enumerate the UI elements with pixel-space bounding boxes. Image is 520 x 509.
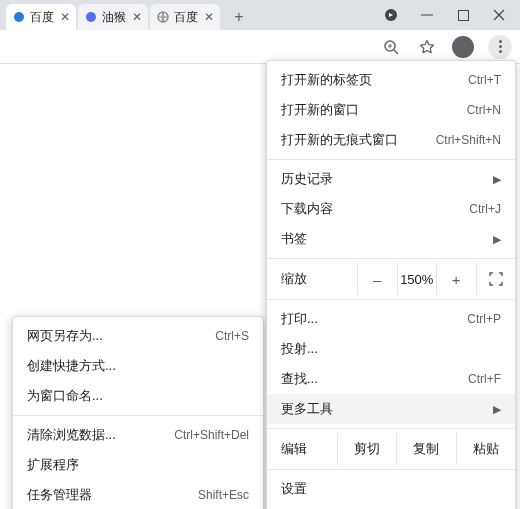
menu-bookmarks-label: 书签 [281,230,487,248]
zoom-out-button[interactable]: – [357,263,397,295]
chevron-right-icon: ▶ [493,403,501,416]
menu-new-tab-shortcut: Ctrl+T [468,73,501,87]
menu-print[interactable]: 打印... Ctrl+P [267,304,515,334]
submenu-create-shortcut-label: 创建快捷方式... [27,357,249,375]
menu-new-window[interactable]: 打开新的窗口 Ctrl+N [267,95,515,125]
zoom-icon[interactable] [380,36,402,58]
submenu-task-manager-shortcut: Shift+Esc [198,488,249,502]
menu-print-label: 打印... [281,310,457,328]
zoom-label: 缩放 [267,270,357,288]
submenu-extensions-label: 扩展程序 [27,456,249,474]
edit-cut-button[interactable]: 剪切 [337,433,396,465]
chevron-right-icon: ▶ [493,233,501,246]
submenu-save-as-shortcut: Ctrl+S [215,329,249,343]
svg-point-1 [86,12,96,22]
menu-more-tools-label: 更多工具 [281,400,487,418]
minimize-button[interactable] [420,8,434,22]
separator [267,258,515,259]
submenu-clear-label: 清除浏览数据... [27,426,164,444]
menu-find[interactable]: 查找... Ctrl+F [267,364,515,394]
favicon-0 [12,10,26,24]
menu-more-tools[interactable]: 更多工具 ▶ [267,394,515,424]
svg-point-0 [14,12,24,22]
titlebar: 百度 ✕ 油猴 ✕ 百度 ✕ + [0,0,520,30]
favicon-2 [156,10,170,24]
main-menu: 打开新的标签页 Ctrl+T 打开新的窗口 Ctrl+N 打开新的无痕式窗口 C… [266,60,516,509]
svg-line-7 [394,50,398,54]
menu-cast[interactable]: 投射... [267,334,515,364]
zoom-value: 150% [397,263,437,295]
edit-label: 编辑 [267,433,337,465]
menu-new-incognito[interactable]: 打开新的无痕式窗口 Ctrl+Shift+N [267,125,515,155]
menu-new-window-shortcut: Ctrl+N [467,103,501,117]
submenu-extensions[interactable]: 扩展程序 [13,450,263,480]
menu-new-incognito-shortcut: Ctrl+Shift+N [436,133,501,147]
submenu-clear-shortcut: Ctrl+Shift+Del [174,428,249,442]
menu-new-incognito-label: 打开新的无痕式窗口 [281,131,426,149]
submenu-name-window[interactable]: 为窗口命名... [13,381,263,411]
edit-paste-button[interactable]: 粘贴 [456,433,515,465]
menu-downloads[interactable]: 下载内容 Ctrl+J [267,194,515,224]
chevron-right-icon: ▶ [493,173,501,186]
menu-bookmarks[interactable]: 书签 ▶ [267,224,515,254]
menu-new-tab[interactable]: 打开新的标签页 Ctrl+T [267,65,515,95]
close-button[interactable] [492,8,506,22]
menu-help[interactable]: 帮助 ▶ [267,504,515,509]
kebab-menu-button[interactable] [488,35,512,59]
separator [267,428,515,429]
submenu-task-manager[interactable]: 任务管理器 Shift+Esc [13,480,263,509]
window-controls [370,0,520,30]
fullscreen-button[interactable] [476,263,516,295]
menu-zoom-row: 缩放 – 150% + [267,263,515,295]
tab-0-label: 百度 [30,9,54,26]
menu-history[interactable]: 历史记录 ▶ [267,164,515,194]
tab-2[interactable]: 百度 ✕ [150,4,220,30]
menu-print-shortcut: Ctrl+P [467,312,501,326]
edit-copy-button[interactable]: 复制 [396,433,455,465]
submenu-create-shortcut[interactable]: 创建快捷方式... [13,351,263,381]
submenu-save-as[interactable]: 网页另存为... Ctrl+S [13,321,263,351]
submenu-clear-browsing-data[interactable]: 清除浏览数据... Ctrl+Shift+Del [13,420,263,450]
menu-history-label: 历史记录 [281,170,487,188]
menu-downloads-shortcut: Ctrl+J [469,202,501,216]
favicon-1 [84,10,98,24]
svg-rect-4 [421,15,433,16]
maximize-button[interactable] [456,8,470,22]
bookmark-star-icon[interactable] [416,36,438,58]
separator [267,469,515,470]
tab-1-close-icon[interactable]: ✕ [130,10,144,24]
tab-0[interactable]: 百度 ✕ [6,4,76,30]
submenu-name-window-label: 为窗口命名... [27,387,249,405]
zoom-in-button[interactable]: + [436,263,476,295]
menu-find-label: 查找... [281,370,458,388]
menu-new-tab-label: 打开新的标签页 [281,71,458,89]
tab-strip: 百度 ✕ 油猴 ✕ 百度 ✕ + [0,0,370,30]
extension-icon[interactable] [384,8,398,22]
tab-2-label: 百度 [174,9,198,26]
separator [13,415,263,416]
menu-find-shortcut: Ctrl+F [468,372,501,386]
menu-settings[interactable]: 设置 [267,474,515,504]
tab-1[interactable]: 油猴 ✕ [78,4,148,30]
more-tools-submenu: 网页另存为... Ctrl+S 创建快捷方式... 为窗口命名... 清除浏览数… [12,316,264,509]
submenu-save-as-label: 网页另存为... [27,327,205,345]
separator [267,159,515,160]
submenu-task-manager-label: 任务管理器 [27,486,188,504]
new-tab-button[interactable]: + [226,4,252,30]
menu-settings-label: 设置 [281,480,501,498]
tab-2-close-icon[interactable]: ✕ [202,10,216,24]
menu-downloads-label: 下载内容 [281,200,459,218]
toolbar [0,30,520,64]
tab-0-close-icon[interactable]: ✕ [58,10,72,24]
svg-rect-5 [458,10,468,20]
tab-1-label: 油猴 [102,9,126,26]
menu-edit-row: 编辑 剪切 复制 粘贴 [267,433,515,465]
menu-cast-label: 投射... [281,340,501,358]
separator [267,299,515,300]
profile-avatar[interactable] [452,36,474,58]
menu-new-window-label: 打开新的窗口 [281,101,457,119]
